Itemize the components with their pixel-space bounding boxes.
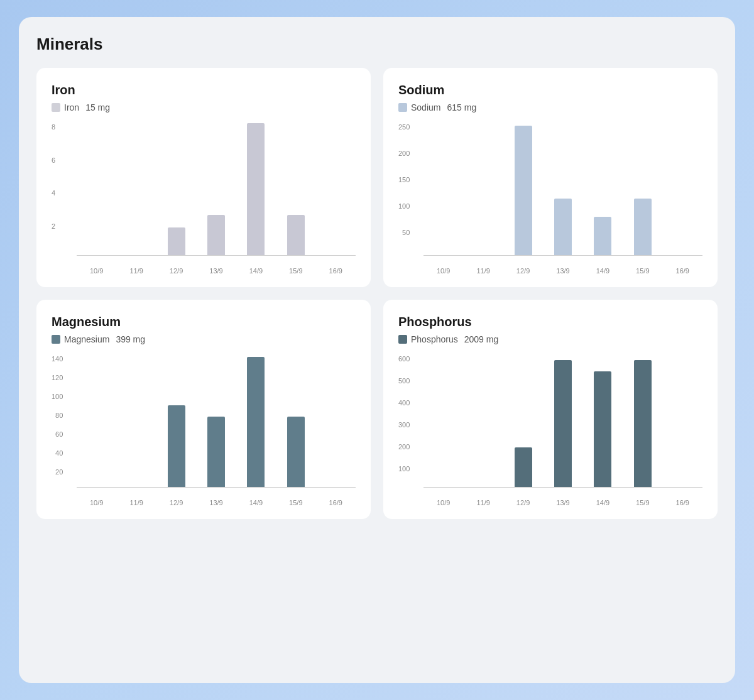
legend-label-magnesium: Magnesium — [64, 334, 109, 344]
bar-group — [623, 356, 662, 487]
bars-container-phosphorus — [423, 356, 702, 488]
chart-area-iron: 864210/911/912/913/914/915/916/9 — [77, 124, 356, 275]
y-axis-label: 8 — [52, 124, 55, 131]
bar-group — [503, 356, 543, 487]
y-axis-sodium: 25020015010050 — [398, 124, 413, 256]
bar — [554, 360, 572, 487]
x-axis-label: 16/9 — [663, 499, 702, 506]
y-axis-label: 200 — [398, 150, 410, 157]
x-axis-label: 13/9 — [543, 499, 582, 506]
x-axis-label: 13/9 — [543, 267, 582, 275]
y-axis-label: 100 — [398, 203, 410, 210]
x-axis-label: 14/9 — [583, 499, 623, 506]
legend-swatch-magnesium — [52, 335, 60, 344]
y-axis-label: 600 — [398, 356, 410, 363]
chart-title-magnesium: Magnesium — [52, 315, 356, 329]
x-axis-label: 12/9 — [503, 499, 543, 506]
bar — [287, 417, 305, 487]
page-title: Minerals — [36, 35, 718, 54]
x-axis-iron: 10/911/912/913/914/915/916/9 — [77, 267, 356, 275]
y-axis-iron: 8642 — [52, 124, 59, 256]
chart-area-magnesium: 1401201008060402010/911/912/913/914/915/… — [77, 356, 356, 506]
bars-container-magnesium — [77, 356, 356, 488]
bar-group — [583, 124, 623, 255]
y-axis-magnesium: 14012010080604020 — [52, 356, 67, 488]
y-axis-label: 200 — [398, 444, 410, 451]
bar-group — [276, 124, 315, 255]
y-axis-label: 100 — [398, 466, 410, 473]
bar — [168, 405, 185, 487]
bar-group — [156, 356, 196, 487]
bar-group — [196, 124, 236, 255]
legend-swatch-phosphorus — [398, 335, 407, 344]
y-axis-label: 120 — [52, 375, 63, 381]
x-axis-magnesium: 10/911/912/913/914/915/916/9 — [77, 499, 356, 506]
x-axis-phosphorus: 10/911/912/913/914/915/916/9 — [423, 499, 702, 506]
bar-group — [116, 356, 156, 487]
x-axis-label: 10/9 — [77, 267, 116, 275]
x-axis-sodium: 10/911/912/913/914/915/916/9 — [423, 267, 702, 275]
legend-label-phosphorus: Phosphorus — [411, 334, 458, 344]
x-axis-label: 12/9 — [503, 267, 543, 275]
x-axis-label: 13/9 — [196, 267, 236, 275]
bar-group — [236, 356, 276, 487]
bar-group — [423, 124, 463, 255]
chart-title-iron: Iron — [52, 83, 356, 97]
bar-group — [316, 124, 356, 255]
bar-group — [463, 124, 503, 255]
x-axis-label: 14/9 — [236, 267, 276, 275]
x-axis-label: 10/9 — [77, 499, 116, 506]
x-axis-label: 15/9 — [623, 267, 662, 275]
bar — [287, 215, 305, 255]
bar — [634, 199, 652, 255]
bar-group — [196, 356, 236, 487]
y-axis-label: 6 — [52, 157, 55, 164]
bar-group — [116, 124, 156, 255]
bar-group — [276, 356, 315, 487]
x-axis-label: 11/9 — [116, 499, 156, 506]
chart-card-phosphorus: PhosphorusPhosphorus2009 mg6005004003002… — [383, 300, 718, 519]
bar-group — [583, 356, 623, 487]
legend-value-iron: 15 mg — [85, 102, 110, 112]
y-axis-label: 60 — [55, 431, 63, 438]
y-axis-label: 400 — [398, 400, 410, 407]
y-axis-phosphorus: 600500400300200100 — [398, 356, 413, 488]
y-axis-label: 40 — [55, 450, 63, 457]
legend-value-sodium: 615 mg — [447, 102, 476, 112]
bar-group — [623, 124, 662, 255]
bar-group — [156, 124, 196, 255]
chart-title-phosphorus: Phosphorus — [398, 315, 702, 329]
bar — [247, 357, 265, 487]
x-axis-label: 10/9 — [423, 499, 463, 506]
legend-value-magnesium: 399 mg — [116, 334, 145, 344]
bar — [594, 217, 611, 256]
bar — [515, 126, 532, 255]
legend-phosphorus: Phosphorus2009 mg — [398, 334, 702, 344]
y-axis-label: 50 — [402, 229, 410, 236]
chart-card-magnesium: MagnesiumMagnesium399 mg1401201008060402… — [36, 300, 371, 519]
chart-area-sodium: 2502001501005010/911/912/913/914/915/916… — [423, 124, 702, 275]
bar — [207, 215, 225, 255]
y-axis-label: 100 — [52, 393, 63, 400]
bar — [247, 123, 265, 255]
legend-label-iron: Iron — [64, 102, 79, 112]
x-axis-label: 16/9 — [663, 267, 702, 275]
bar-group — [77, 356, 116, 487]
bar — [554, 199, 572, 255]
bar-group — [543, 124, 582, 255]
y-axis-label: 150 — [398, 177, 410, 183]
x-axis-label: 15/9 — [623, 499, 662, 506]
bar — [515, 447, 532, 487]
y-axis-label: 140 — [52, 356, 63, 363]
bars-container-iron — [77, 124, 356, 256]
bar-group — [423, 356, 463, 487]
x-axis-label: 16/9 — [316, 499, 356, 506]
charts-grid: IronIron15 mg864210/911/912/913/914/915/… — [36, 68, 718, 519]
y-axis-label: 250 — [398, 124, 410, 131]
bar — [168, 227, 185, 255]
x-axis-label: 14/9 — [583, 267, 623, 275]
y-axis-label: 500 — [398, 378, 410, 385]
bar — [594, 371, 611, 487]
legend-iron: Iron15 mg — [52, 102, 356, 112]
x-axis-label: 11/9 — [116, 267, 156, 275]
